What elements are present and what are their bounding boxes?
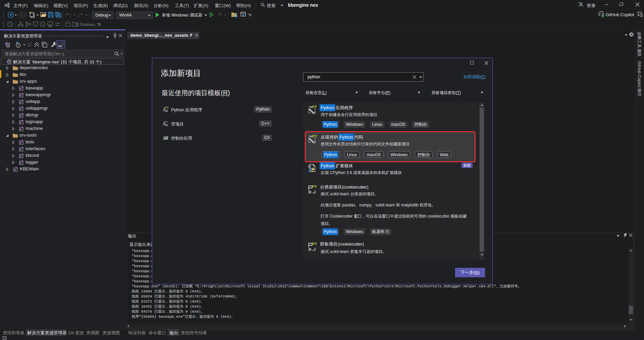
svg-text:C#: C# xyxy=(166,136,169,138)
svg-text:++: ++ xyxy=(165,121,168,123)
